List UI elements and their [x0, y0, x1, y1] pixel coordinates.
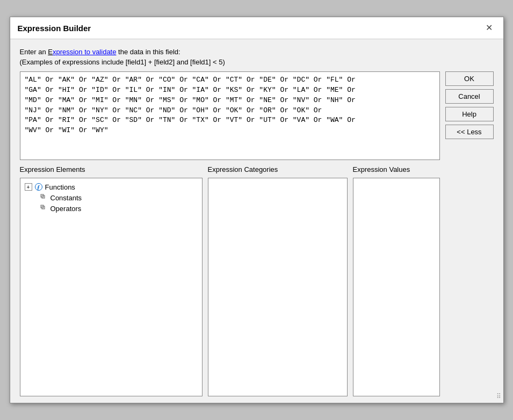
expression-elements-label: Expression Elements — [20, 165, 203, 173]
expand-functions-icon[interactable]: + — [25, 183, 32, 191]
expression-elements-panel[interactable]: + ƒ Functions — [20, 178, 203, 396]
instructions-line2: (Examples of expressions include [field1… — [20, 58, 494, 66]
instructions-line1: Enter an Expression to validate the data… — [20, 48, 494, 56]
op-icon — [40, 204, 48, 213]
close-button[interactable]: ✕ — [482, 23, 496, 33]
main-area: Expression Elements Expression Categorie… — [20, 71, 494, 396]
dialog-body: Enter an Expression to validate the data… — [10, 39, 503, 403]
columns-body: + ƒ Functions — [20, 178, 440, 396]
lower-section: Expression Elements Expression Categorie… — [20, 165, 440, 396]
func-icon: ƒ — [34, 183, 43, 191]
operators-label: Operators — [50, 205, 82, 213]
constants-label: Constants — [50, 194, 82, 202]
resize-handle[interactable]: ⠿ — [496, 393, 501, 400]
expression-values-label: Expression Values — [353, 165, 440, 173]
ok-button[interactable]: OK — [445, 71, 494, 86]
title-bar: Expression Builder ✕ — [10, 17, 503, 39]
expression-categories-panel — [208, 178, 348, 396]
help-button[interactable]: Help — [445, 107, 494, 121]
tree-item-functions[interactable]: + ƒ Functions — [23, 182, 200, 192]
const-icon — [40, 193, 48, 202]
tree-item-constants[interactable]: Constants — [23, 192, 200, 203]
functions-label: Functions — [45, 183, 75, 191]
columns-header: Expression Elements Expression Categorie… — [20, 165, 440, 173]
validate-link[interactable]: xpression to validate — [53, 48, 117, 56]
expression-input[interactable] — [20, 71, 440, 160]
dialog-title: Expression Builder — [18, 24, 91, 33]
less-button[interactable]: << Less — [445, 125, 494, 139]
expression-builder-dialog: Expression Builder ✕ Enter an Expression… — [10, 17, 504, 403]
left-section: Expression Elements Expression Categorie… — [20, 71, 440, 396]
tree-item-operators[interactable]: Operators — [23, 203, 200, 214]
expression-values-panel — [353, 178, 440, 396]
buttons-column: OK Cancel Help << Less — [445, 71, 494, 396]
cancel-button[interactable]: Cancel — [445, 89, 494, 104]
expression-categories-label: Expression Categories — [208, 165, 348, 173]
